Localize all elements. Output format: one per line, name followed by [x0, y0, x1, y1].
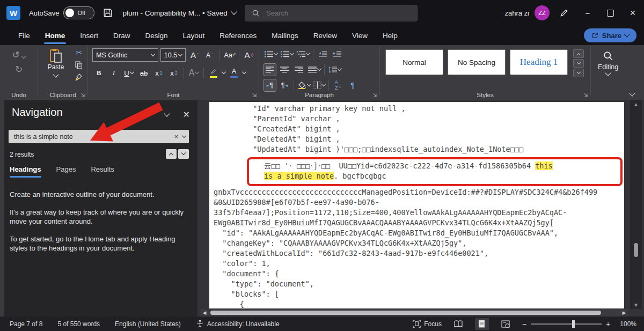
clear-search-icon[interactable]: × — [174, 133, 178, 141]
font-size-combo[interactable]: 10.5 — [160, 48, 186, 62]
navigation-pane-scrollbar[interactable] — [0, 100, 4, 317]
superscript-button[interactable]: x2 — [167, 67, 180, 79]
ribbon-tab[interactable]: Layout — [175, 28, 213, 43]
zoom-slider[interactable] — [531, 323, 602, 325]
scroll-left-arrow[interactable]: ◀ — [201, 310, 208, 315]
share-button[interactable]: Share — [584, 28, 636, 42]
style-normal[interactable]: Normal — [385, 49, 443, 75]
word-count[interactable]: 5 of 550 words — [57, 320, 100, 328]
search-box[interactable] — [245, 5, 418, 21]
ribbon-tab[interactable]: Home — [38, 28, 73, 43]
navigation-search-input[interactable] — [13, 133, 174, 141]
align-center-button[interactable] — [278, 63, 291, 76]
previous-result-button[interactable] — [166, 149, 177, 159]
ribbon-tab[interactable]: Draw — [106, 28, 138, 43]
vertical-scroll-thumb[interactable] — [634, 243, 638, 257]
ribbon-tab[interactable]: File — [11, 28, 38, 43]
page-indicator[interactable]: Page 7 of 8 — [10, 320, 42, 328]
language-indicator[interactable]: English (United States) — [115, 320, 181, 328]
read-mode-button[interactable] — [451, 318, 465, 330]
bullets-button[interactable] — [264, 48, 278, 61]
subscript-button[interactable]: x2 — [152, 67, 165, 79]
align-right-button[interactable] — [292, 63, 305, 76]
next-result-button[interactable] — [178, 149, 189, 159]
undo-button[interactable]: ↺ — [12, 49, 26, 61]
close-button[interactable]: × — [621, 0, 644, 26]
clipboard-dialog-launcher[interactable]: ⇲ — [81, 92, 85, 98]
chevron-down-icon[interactable] — [242, 70, 246, 74]
ribbon-tab[interactable]: Help — [375, 28, 405, 43]
multilevel-list-button[interactable] — [296, 48, 310, 61]
print-layout-button[interactable] — [475, 318, 489, 330]
word-app-icon[interactable]: W — [6, 6, 20, 20]
zoom-out-button[interactable]: − — [522, 320, 526, 328]
zoom-in-button[interactable]: + — [606, 320, 610, 328]
zoom-level[interactable]: 100% — [620, 320, 636, 328]
vertical-scrollbar[interactable]: ▲ ▼ — [630, 100, 642, 309]
line-spacing-button[interactable] — [327, 63, 342, 76]
document-title[interactable]: plum - Compatibility M... • Saved — [122, 9, 236, 17]
sort-button[interactable]: AZ↓ — [332, 79, 345, 92]
format-painter-button[interactable] — [75, 73, 83, 82]
bold-button[interactable]: B — [92, 67, 105, 79]
highlight-color-button[interactable] — [207, 67, 220, 79]
styles-scroll-up[interactable] — [573, 49, 584, 58]
navigation-options-chevron[interactable] — [164, 111, 170, 116]
chevron-down-icon[interactable] — [222, 70, 226, 74]
document-page[interactable]: "Id" varchar primary key not null , "Par… — [209, 102, 624, 308]
avatar[interactable]: ZZ — [535, 5, 550, 20]
scroll-up-arrow[interactable]: ▲ — [633, 100, 639, 108]
paragraph-dialog-launcher[interactable]: ⇲ — [373, 92, 377, 98]
ribbon-tab[interactable]: Insert — [72, 28, 106, 43]
align-left-button[interactable] — [264, 63, 276, 76]
font-color-button[interactable]: A — [228, 67, 240, 79]
rtl-direction-button[interactable]: ¶◂ — [278, 79, 291, 92]
autosave-control[interactable]: AutoSave Off — [29, 6, 94, 19]
justify-button[interactable] — [307, 63, 321, 76]
editing-button[interactable]: Editing — [591, 50, 625, 75]
change-case-button[interactable]: Aa — [223, 49, 236, 61]
style-heading-1[interactable]: Heading 1 — [510, 49, 568, 75]
grow-font-button[interactable]: Aˆ — [188, 49, 201, 61]
ltr-direction-button[interactable]: ▸¶ — [264, 79, 276, 92]
ribbon-tab[interactable]: Design — [138, 28, 175, 43]
copy-button[interactable] — [75, 61, 83, 69]
vertical-scroll-track[interactable] — [630, 108, 642, 300]
maximize-button[interactable] — [599, 0, 621, 26]
styles-gallery-more[interactable] — [573, 69, 584, 77]
collapse-ribbon-button[interactable] — [629, 90, 635, 96]
text-effects-button[interactable]: A — [187, 67, 200, 79]
show-hide-pilcrow-button[interactable]: ¶ — [346, 79, 359, 92]
nav-tab[interactable]: Pages — [56, 165, 76, 178]
ribbon-tab[interactable]: References — [212, 28, 264, 43]
shading-button[interactable] — [297, 79, 311, 92]
zoom-slider-thumb[interactable] — [572, 320, 575, 328]
horizontal-scrollbar[interactable]: ◀ ▶ — [201, 309, 628, 317]
styles-scroll-down[interactable] — [573, 59, 584, 68]
ribbon-tab[interactable]: Review — [306, 28, 345, 43]
accessibility-status[interactable]: Accessibility: Unavailable — [196, 320, 280, 328]
increase-indent-button[interactable] — [331, 48, 343, 61]
web-layout-button[interactable] — [499, 318, 513, 330]
redo-button[interactable]: ↻ — [15, 64, 23, 75]
clear-formatting-button[interactable]: A◊ — [243, 49, 255, 61]
strikethrough-button[interactable]: ab — [137, 67, 150, 79]
ribbon-tab[interactable]: Mailings — [264, 28, 306, 43]
autosave-toggle[interactable]: Off — [63, 6, 94, 19]
nav-tab[interactable]: Results — [91, 165, 114, 178]
ribbon-tab[interactable]: View — [345, 28, 375, 43]
minimize-button[interactable]: − — [576, 0, 599, 26]
save-icon[interactable] — [103, 8, 113, 18]
italic-button[interactable]: I — [107, 67, 120, 79]
numbering-button[interactable] — [280, 48, 294, 61]
style-no-spacing[interactable]: No Spacing — [448, 49, 506, 75]
search-options-chevron[interactable] — [182, 133, 186, 137]
underline-button[interactable]: U — [122, 67, 135, 79]
chevron-down-icon[interactable] — [53, 71, 58, 77]
user-name[interactable]: zahra zi — [504, 9, 529, 17]
cut-button[interactable]: ✂ — [76, 48, 82, 57]
scroll-down-arrow[interactable]: ▼ — [633, 300, 639, 309]
styles-dialog-launcher[interactable]: ⇲ — [584, 92, 588, 98]
borders-button[interactable] — [313, 79, 326, 92]
decrease-indent-button[interactable] — [316, 48, 329, 61]
